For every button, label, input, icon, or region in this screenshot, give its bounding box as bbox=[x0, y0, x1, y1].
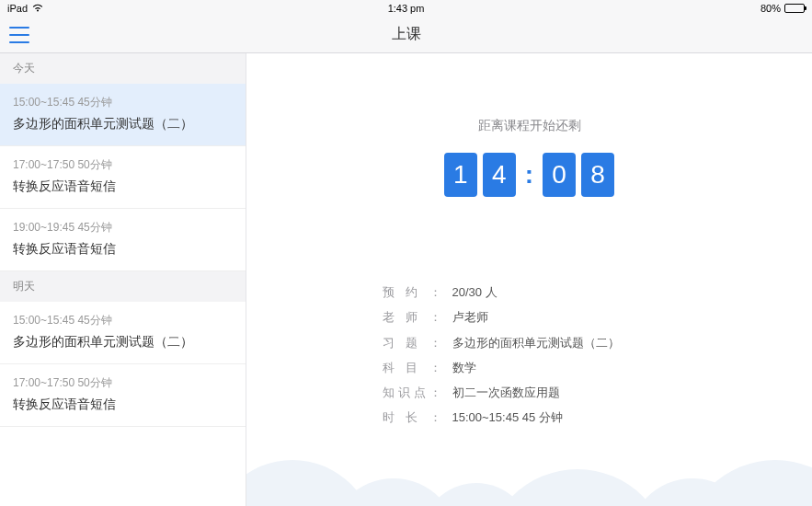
list-item-time: 17:00~17:50 50分钟 bbox=[13, 157, 233, 173]
battery-percent: 80% bbox=[761, 3, 781, 14]
status-time: 1:43 pm bbox=[388, 3, 425, 14]
list-item[interactable]: 17:00~17:50 50分钟 转换反应语音短信 bbox=[0, 146, 246, 209]
info-row-booking: 预约 20/30 人 bbox=[383, 280, 677, 305]
sidebar: 今天 15:00~15:45 45分钟 多边形的面积单元测试题（二） 17:00… bbox=[0, 53, 246, 506]
countdown-digit: 1 bbox=[444, 153, 477, 197]
info-value: 卢老师 bbox=[441, 305, 488, 329]
list-item-time: 19:00~19:45 45分钟 bbox=[13, 220, 233, 236]
page-title: 上课 bbox=[392, 25, 421, 44]
status-right: 80% bbox=[761, 3, 805, 14]
menu-button[interactable] bbox=[9, 27, 29, 43]
info-row-teacher: 老师 卢老师 bbox=[383, 305, 677, 329]
list-item-time: 15:00~15:45 45分钟 bbox=[13, 95, 233, 110]
info-value: 初二一次函数应用题 bbox=[441, 380, 560, 405]
list-item-title: 多边形的面积单元测试题（二） bbox=[13, 334, 233, 351]
detail-panel: 距离课程开始还剩 1 4 : 0 8 预约 20/30 人 老师 卢老师 习题 … bbox=[246, 53, 812, 506]
list-item-time: 15:00~15:45 45分钟 bbox=[13, 313, 233, 328]
info-value: 20/30 人 bbox=[441, 280, 497, 305]
section-header-today: 今天 bbox=[0, 53, 246, 84]
content: 今天 15:00~15:45 45分钟 多边形的面积单元测试题（二） 17:00… bbox=[0, 53, 812, 506]
countdown-digit: 8 bbox=[581, 153, 614, 197]
list-item-title: 转换反应语音短信 bbox=[13, 178, 233, 195]
info-label: 习题 bbox=[383, 330, 441, 355]
countdown-digit: 0 bbox=[543, 153, 576, 197]
section-header-tomorrow: 明天 bbox=[0, 271, 246, 302]
info-value: 15:00~15:45 45 分钟 bbox=[441, 405, 563, 430]
info-row-exercise: 习题 多边形的面积单元测试题（二） bbox=[383, 330, 677, 355]
info-row-duration: 时长 15:00~15:45 45 分钟 bbox=[383, 405, 677, 430]
info-label: 时长 bbox=[383, 405, 441, 430]
info-row-topic: 知识点 初二一次函数应用题 bbox=[383, 380, 677, 405]
list-item[interactable]: 15:00~15:45 45分钟 多边形的面积单元测试题（二） bbox=[0, 84, 246, 146]
info-label: 知识点 bbox=[383, 380, 441, 405]
status-bar: iPad 1:43 pm 80% bbox=[0, 0, 812, 17]
countdown-label: 距离课程开始还剩 bbox=[246, 118, 812, 134]
wifi-icon bbox=[31, 3, 44, 14]
info-value: 多边形的面积单元测试题（二） bbox=[441, 330, 620, 355]
list-item[interactable]: 19:00~19:45 45分钟 转换反应语音短信 bbox=[0, 209, 246, 271]
battery-icon bbox=[784, 4, 805, 13]
info-label: 科目 bbox=[383, 355, 441, 380]
device-label: iPad bbox=[7, 3, 28, 14]
countdown-section: 距离课程开始还剩 1 4 : 0 8 bbox=[246, 118, 812, 197]
list-item-time: 17:00~17:50 50分钟 bbox=[13, 375, 233, 391]
info-value: 数学 bbox=[441, 355, 476, 380]
list-item-title: 转换反应语音短信 bbox=[13, 397, 233, 413]
info-label: 老师 bbox=[383, 305, 441, 329]
nav-header: 上课 bbox=[0, 17, 812, 53]
info-row-subject: 科目 数学 bbox=[383, 355, 677, 380]
list-item[interactable]: 15:00~15:45 45分钟 多边形的面积单元测试题（二） bbox=[0, 302, 246, 364]
list-item-title: 转换反应语音短信 bbox=[13, 241, 233, 258]
countdown-timer: 1 4 : 0 8 bbox=[444, 153, 614, 197]
countdown-colon: : bbox=[521, 160, 537, 190]
list-item[interactable]: 17:00~17:50 50分钟 转换反应语音短信 bbox=[0, 364, 246, 427]
countdown-digit: 4 bbox=[483, 153, 516, 197]
list-item-title: 多边形的面积单元测试题（二） bbox=[13, 116, 233, 132]
info-table: 预约 20/30 人 老师 卢老师 习题 多边形的面积单元测试题（二） 科目 数… bbox=[383, 280, 677, 431]
status-left: iPad bbox=[7, 3, 44, 14]
info-label: 预约 bbox=[383, 280, 441, 305]
